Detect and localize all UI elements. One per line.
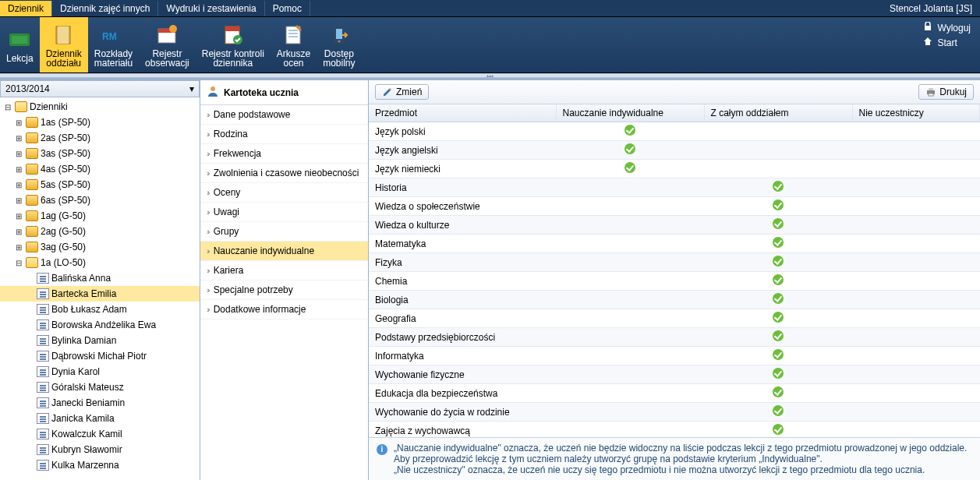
tree-toggle-icon[interactable]: ⊞ bbox=[14, 118, 23, 127]
folder-icon bbox=[26, 164, 38, 175]
page-icon bbox=[37, 335, 49, 346]
nav-item-6[interactable]: ››Grupy bbox=[200, 222, 368, 242]
tree-label: Kubryn Sławomir bbox=[51, 444, 122, 455]
check-icon bbox=[773, 312, 784, 323]
nav-item-4[interactable]: ››Oceny bbox=[200, 183, 368, 203]
table-row[interactable]: Informatyka bbox=[369, 347, 980, 365]
nav-item-1[interactable]: ››Rodzina bbox=[200, 125, 368, 144]
status-cell bbox=[704, 122, 852, 141]
table-row[interactable]: Chemia bbox=[369, 272, 980, 291]
tree-student[interactable]: Balińska Anna bbox=[0, 270, 200, 286]
table-row[interactable]: Historia bbox=[369, 178, 980, 197]
ribbon-sheet[interactable]: Arkuszeocen bbox=[271, 17, 317, 72]
year-selector[interactable]: 2013/2014 ▾ bbox=[0, 80, 200, 97]
tree-toggle-icon[interactable]: ⊞ bbox=[14, 134, 23, 143]
top-tab-3[interactable]: Pomoc bbox=[265, 1, 310, 16]
nav-item-8[interactable]: ››Kariera bbox=[200, 261, 368, 281]
content-panel: Zmień Drukuj PrzedmiotNauczanie indywidu… bbox=[369, 80, 980, 480]
card-title: Kartoteka ucznia bbox=[200, 80, 368, 105]
info-line: „Nauczanie indywidualne" oznacza, że ucz… bbox=[394, 443, 967, 454]
tree-class[interactable]: ⊞1as (SP-50) bbox=[0, 115, 200, 130]
tree-student[interactable]: Kubryn Sławomir bbox=[0, 442, 200, 457]
ribbon-journal[interactable]: Dziennikoddziału bbox=[40, 17, 88, 72]
col-header[interactable]: Przedmiot bbox=[369, 104, 556, 122]
status-cell bbox=[704, 141, 852, 160]
table-row[interactable]: Wychowanie fizyczne bbox=[369, 365, 980, 384]
nav-item-7[interactable]: ››Nauczanie indywidualne bbox=[200, 242, 368, 261]
ribbon-rm[interactable]: RMRozkładymateriału bbox=[88, 17, 139, 72]
status-cell bbox=[704, 253, 852, 272]
edit-button[interactable]: Zmień bbox=[375, 84, 429, 100]
tree-student[interactable]: Bob Łukasz Adam bbox=[0, 302, 200, 317]
table-row[interactable]: Język niemiecki bbox=[369, 160, 980, 178]
subject-cell: Wiedza o kulturze bbox=[369, 216, 556, 235]
nav-item-9[interactable]: ››Specjalne potrzeby bbox=[200, 281, 368, 300]
tree-class[interactable]: ⊞5as (SP-50) bbox=[0, 177, 200, 192]
subject-cell: Biologia bbox=[369, 291, 556, 309]
ribbon-mobile[interactable]: Dostępmobilny bbox=[317, 17, 361, 72]
sheet-icon bbox=[281, 23, 306, 48]
tree-student[interactable]: Kulka Marzenna bbox=[0, 457, 200, 473]
folder-icon bbox=[15, 101, 27, 112]
table-row[interactable]: Edukacja dla bezpieczeństwa bbox=[369, 384, 980, 403]
table-row[interactable]: Biologia bbox=[369, 291, 980, 309]
col-header[interactable]: Nauczanie indywidualne bbox=[556, 104, 704, 122]
tree-student[interactable]: Bartecka Emilia bbox=[0, 286, 200, 302]
top-tab-1[interactable]: Dziennik zajęć innych bbox=[52, 1, 158, 16]
ribbon-check[interactable]: Rejestr kontrolidziennika bbox=[196, 17, 271, 72]
tree-toggle-icon[interactable]: ⊞ bbox=[14, 243, 23, 252]
table-row[interactable]: Matematyka bbox=[369, 235, 980, 253]
tree-student[interactable]: Góralski Mateusz bbox=[0, 379, 200, 395]
tree-class[interactable]: ⊞2as (SP-50) bbox=[0, 130, 200, 146]
tree-student[interactable]: Bylinka Damian bbox=[0, 333, 200, 348]
tree-student[interactable]: Janicka Kamila bbox=[0, 411, 200, 426]
tree-student[interactable]: Borowska Andżelika Ewa bbox=[0, 317, 200, 333]
col-header[interactable]: Z całym oddziałem bbox=[704, 104, 852, 122]
top-tab-0[interactable]: Dziennik bbox=[0, 1, 52, 16]
col-header[interactable]: Nie uczestniczy bbox=[852, 104, 980, 122]
tree-class[interactable]: ⊞4as (SP-50) bbox=[0, 161, 200, 177]
tree-toggle-icon[interactable]: ⊟ bbox=[3, 103, 12, 111]
ribbon-calendar[interactable]: Rejestrobserwacji bbox=[139, 17, 196, 72]
print-button[interactable]: Drukuj bbox=[918, 84, 974, 100]
table-row[interactable]: Język angielski bbox=[369, 141, 980, 160]
tree-student[interactable]: Janecki Beniamin bbox=[0, 395, 200, 411]
subject-cell: Język niemiecki bbox=[369, 160, 556, 178]
table-row[interactable]: Geografia bbox=[369, 309, 980, 328]
status-cell bbox=[556, 197, 704, 216]
tree-toggle-icon[interactable]: ⊞ bbox=[14, 196, 23, 205]
ribbon-lesson[interactable]: Lekcja bbox=[0, 17, 40, 72]
tree-toggle-icon[interactable]: ⊞ bbox=[14, 212, 23, 221]
nav-item-0[interactable]: ››Dane podstawowe bbox=[200, 105, 368, 125]
nav-item-2[interactable]: ››Frekwencja bbox=[200, 144, 368, 164]
tree-class[interactable]: ⊞2ag (G-50) bbox=[0, 224, 200, 239]
nav-item-5[interactable]: ››Uwagi bbox=[200, 203, 368, 222]
tree-class[interactable]: ⊞6as (SP-50) bbox=[0, 192, 200, 208]
top-tab-2[interactable]: Wydruki i zestawienia bbox=[158, 1, 264, 16]
tree-toggle-icon[interactable]: ⊟ bbox=[14, 259, 23, 267]
tree-student[interactable]: Dąbrowski Michał Piotr bbox=[0, 348, 200, 364]
tree-class[interactable]: ⊞3ag (G-50) bbox=[0, 239, 200, 255]
table-row[interactable]: Wiedza o kulturze bbox=[369, 216, 980, 235]
table-row[interactable]: Wychowanie do życia w rodzinie bbox=[369, 403, 980, 422]
tree-toggle-icon[interactable]: ⊞ bbox=[14, 181, 23, 189]
table-row[interactable]: Fizyka bbox=[369, 253, 980, 272]
nav-item-10[interactable]: ››Dodatkowe informacje bbox=[200, 300, 368, 319]
tree-root[interactable]: ⊟Dzienniki bbox=[0, 99, 200, 115]
table-row[interactable]: Zajęcia z wychowawcą bbox=[369, 422, 980, 438]
nav-label: Zwolnienia i czasowe nieobecności bbox=[214, 168, 359, 178]
start-link[interactable]: Start bbox=[923, 37, 971, 48]
table-row[interactable]: Język polski bbox=[369, 122, 980, 141]
tree-student[interactable]: Dynia Karol bbox=[0, 364, 200, 379]
logout-link[interactable]: Wyloguj bbox=[923, 22, 971, 34]
tree-class-open[interactable]: ⊟1a (LO-50) bbox=[0, 255, 200, 270]
tree-class[interactable]: ⊞1ag (G-50) bbox=[0, 208, 200, 224]
tree-toggle-icon[interactable]: ⊞ bbox=[14, 165, 23, 174]
table-row[interactable]: Podstawy przedsiębiorczości bbox=[369, 328, 980, 347]
tree-toggle-icon[interactable]: ⊞ bbox=[14, 228, 23, 236]
tree-student[interactable]: Kowalczuk Kamil bbox=[0, 426, 200, 442]
tree-class[interactable]: ⊞3as (SP-50) bbox=[0, 146, 200, 161]
tree-toggle-icon[interactable]: ⊞ bbox=[14, 150, 23, 158]
nav-item-3[interactable]: ››Zwolnienia i czasowe nieobecności bbox=[200, 164, 368, 183]
table-row[interactable]: Wiedza o społeczeństwie bbox=[369, 197, 980, 216]
